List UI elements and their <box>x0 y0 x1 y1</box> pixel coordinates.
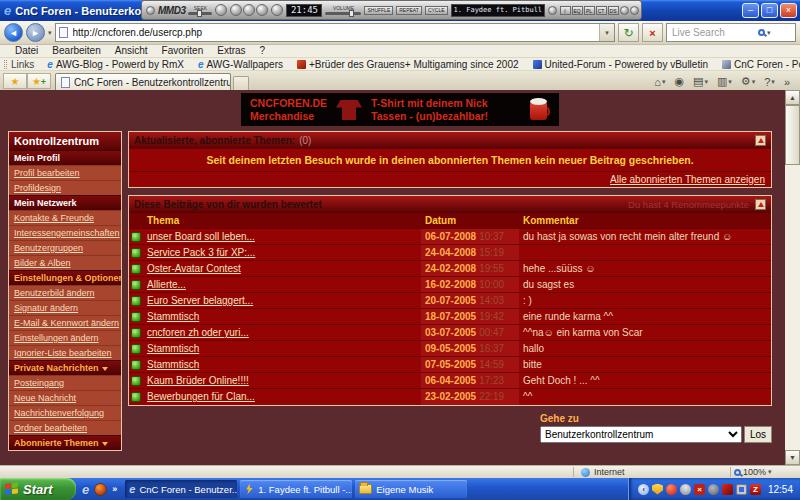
quicklaunch-media-player-icon[interactable] <box>94 483 107 496</box>
cycle-toggle[interactable]: CYCLE <box>425 6 448 15</box>
new-tab-button[interactable] <box>233 76 249 90</box>
taskbar-clock[interactable]: 12:54 <box>768 484 793 495</box>
thread-link[interactable]: Stammtisch <box>147 311 199 322</box>
collapse-panel-button[interactable] <box>755 199 766 210</box>
thread-link[interactable]: Oster-Avatar Contest <box>147 263 241 274</box>
menu-help[interactable]: ? <box>253 45 273 57</box>
play-button[interactable] <box>243 4 255 16</box>
graphics-driver-icon[interactable] <box>722 484 733 495</box>
refresh-button[interactable]: ↻ <box>618 23 639 42</box>
scroll-up-button[interactable]: ▲ <box>785 90 800 105</box>
thread-link[interactable]: unser Board soll leben... <box>147 231 255 242</box>
ct-button[interactable]: CT <box>596 6 607 15</box>
search-input[interactable] <box>670 26 756 39</box>
thread-link[interactable]: Euro Server belaggert... <box>147 295 253 306</box>
player-dock-button[interactable] <box>146 6 155 15</box>
history-dropdown-icon[interactable]: ▾ <box>48 29 52 37</box>
page-menu-button[interactable]: ▥▾ <box>714 75 735 88</box>
collapse-panel-button[interactable] <box>755 135 766 146</box>
security-shield-icon[interactable] <box>652 484 663 495</box>
task-button-winamp[interactable]: 1. Faydee ft. Pitbull -... <box>240 480 352 498</box>
sidebar-item-ignorier-liste[interactable]: Ignorier-Liste bearbeiten <box>9 345 121 360</box>
eject-button[interactable] <box>215 4 227 16</box>
menu-ansicht[interactable]: Ansicht <box>108 45 155 57</box>
equalizer-button[interactable]: EQ <box>572 6 583 15</box>
thread-link[interactable]: cncforen zh oder yuri... <box>147 327 249 338</box>
player-menu-button[interactable] <box>548 6 557 15</box>
thread-link[interactable]: Stammtisch <box>147 359 199 370</box>
sidebar-item-signatur-aendern[interactable]: Signatur ändern <box>9 300 121 315</box>
firewall-icon[interactable]: Z <box>750 484 761 495</box>
menu-extras[interactable]: Extras <box>210 45 252 57</box>
minimize-button[interactable]: – <box>742 3 759 18</box>
sidebar-item-nachrichtenverfolgung[interactable]: Nachrichtenverfolgung <box>9 405 121 420</box>
thread-link[interactable]: Service Pack 3 für XP:... <box>147 247 255 258</box>
sidebar-section-private-nachrichten[interactable]: Private Nachrichten <box>9 360 121 375</box>
sidebar-item-posteingang[interactable]: Posteingang <box>9 375 121 390</box>
scroll-down-button[interactable]: ▼ <box>785 450 800 465</box>
scrollbar-thumb[interactable] <box>785 105 800 165</box>
task-button-eigene-musik[interactable]: Eigene Musik <box>355 480 467 498</box>
sidebar-item-benutzerbild-aendern[interactable]: Benutzerbild ändern <box>9 285 121 300</box>
sidebar-item-neue-nachricht[interactable]: Neue Nachricht <box>9 390 121 405</box>
search-icon[interactable] <box>758 29 765 36</box>
maximize-button[interactable]: □ <box>761 3 778 18</box>
address-field[interactable]: ▾ <box>55 23 615 42</box>
thread-link[interactable]: Bewerbungen für Clan... <box>147 391 255 402</box>
sidebar-item-kontakte-freunde[interactable]: Kontakte & Freunde <box>9 210 121 225</box>
pause-button[interactable] <box>256 4 268 16</box>
previous-button[interactable] <box>230 4 242 16</box>
repeat-toggle[interactable]: REPEAT <box>396 6 422 15</box>
stop-button[interactable]: × <box>642 23 663 42</box>
sidebar-item-profildesign[interactable]: Profildesign <box>9 180 121 195</box>
show-all-subscribed-link[interactable]: Alle abonnierten Themen anzeigen <box>610 174 765 185</box>
search-dropdown-icon[interactable]: ▾ <box>767 29 771 37</box>
volume-muted-icon[interactable]: × <box>694 484 705 495</box>
url-dropdown-icon[interactable]: ▾ <box>599 24 614 41</box>
home-button[interactable]: ⌂▾ <box>651 76 668 88</box>
link-awg-blog[interactable]: eAWG-Blog - Powerd by RmX <box>40 59 191 70</box>
quicklaunch-internet-explorer-icon[interactable]: e <box>82 482 89 497</box>
thread-link[interactable]: Allierte... <box>147 279 186 290</box>
thread-link[interactable]: Kaum Brüder Online!!!! <box>147 375 249 386</box>
display-settings-icon[interactable] <box>736 484 747 495</box>
sidebar-item-ordner-bearbeiten[interactable]: Ordner bearbeiten <box>9 420 121 435</box>
menu-favoriten[interactable]: Favoriten <box>155 45 211 57</box>
sidebar-item-profil-bearbeiten[interactable]: Profil bearbeiten <box>9 165 121 180</box>
stop-playback-button[interactable] <box>271 4 283 16</box>
antivirus-icon[interactable] <box>666 484 677 495</box>
quicklaunch-overflow-button[interactable]: » <box>112 484 117 494</box>
vertical-scrollbar[interactable]: ▲ ▼ <box>785 90 800 465</box>
add-favorite-button[interactable]: ★+ <box>27 73 51 89</box>
ds-button[interactable]: DS <box>608 6 619 15</box>
link-united-forum[interactable]: United-Forum - Powered by vBulletin <box>526 59 715 70</box>
back-button[interactable]: ◄ <box>4 23 23 42</box>
go-button[interactable]: Los <box>744 426 772 443</box>
feeds-button[interactable]: ◉ <box>671 75 687 88</box>
forum-jump-select[interactable]: Benutzerkontrollzentrum <box>540 426 742 443</box>
volume-slider[interactable] <box>325 12 361 15</box>
sidebar-section-abonnierte-themen[interactable]: Abonnierte Themen <box>9 435 121 450</box>
seek-slider[interactable] <box>188 12 212 15</box>
menu-datei[interactable]: Datei <box>8 45 45 57</box>
updates-icon[interactable] <box>708 484 719 495</box>
link-cnc-foren[interactable]: CnC Foren - Powered by vBulletin <box>715 59 800 70</box>
sidebar-item-interessengemeinschaften[interactable]: Interessengemeinschaften <box>9 225 121 240</box>
help-button[interactable]: ?▾ <box>761 76 778 88</box>
tray-collapse-icon[interactable]: ‹ <box>638 484 649 495</box>
url-input[interactable] <box>71 26 596 39</box>
playlist-button[interactable]: PL <box>584 6 595 15</box>
menu-bearbeiten[interactable]: Bearbeiten <box>45 45 107 57</box>
player-close-button[interactable] <box>630 6 639 15</box>
toolbar-overflow-button[interactable]: » <box>781 76 793 88</box>
player-info-button[interactable]: I <box>560 6 571 15</box>
sidebar-item-einstellungen-aendern[interactable]: Einstellungen ändern <box>9 330 121 345</box>
task-button-cnc-foren[interactable]: e CnC Foren - Benutzer... <box>125 480 237 498</box>
search-box[interactable]: ▾ <box>666 23 796 42</box>
tools-button[interactable]: ⚙▾ <box>738 75 758 88</box>
sidebar-item-benutzergruppen[interactable]: Benutzergruppen <box>9 240 121 255</box>
player-minimize-button[interactable] <box>620 6 629 15</box>
start-button[interactable]: Start <box>0 478 76 500</box>
tab-cnc-foren[interactable]: CnC Foren - Benutzerkontrollzentrum <box>55 73 231 90</box>
print-button[interactable]: ▤▾ <box>690 75 711 88</box>
